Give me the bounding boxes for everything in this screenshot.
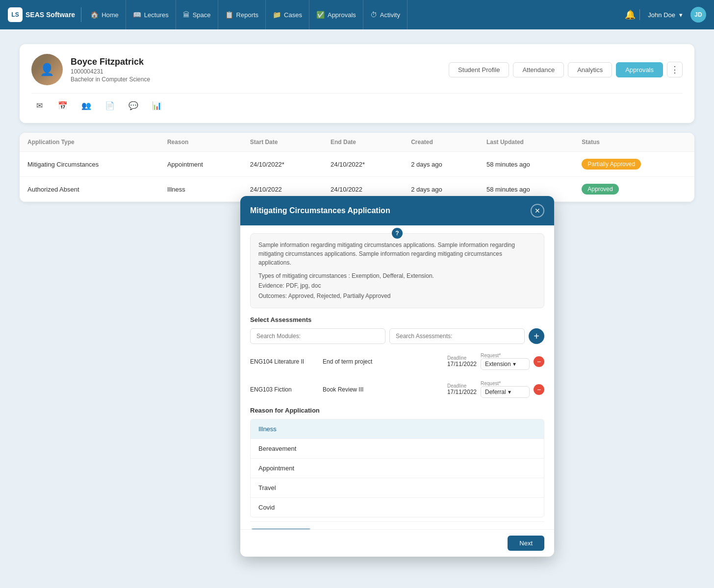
reason-item[interactable]: Covid <box>251 498 544 517</box>
top-nav: LS SEAS Software 🏠 Home 📖 Lectures 🏛 Spa… <box>0 0 714 29</box>
cell-end-date: 24/10/2022* <box>323 152 403 177</box>
remove-assessment-button[interactable]: − <box>534 356 544 367</box>
app-name: SEAS Software <box>26 11 75 19</box>
info-text-1: Sample information regarding mitigating … <box>258 241 536 267</box>
nav-reports-label: Reports <box>236 11 259 19</box>
col-status: Status <box>574 133 694 152</box>
col-reason: Reason <box>159 133 242 152</box>
col-created: Created <box>403 133 479 152</box>
calendar-action[interactable]: 📅 <box>55 98 71 113</box>
approvals-icon: ✅ <box>316 11 325 19</box>
student-degree: Bachelor in Computer Science <box>71 76 441 83</box>
request-select[interactable]: Deferral ▾ <box>481 386 530 398</box>
request-block: Request* Deferral ▾ <box>481 381 530 398</box>
cell-start-date: 24/10/2022* <box>242 152 323 177</box>
nav-right: 🔔 John Doe ▾ JD <box>621 7 706 23</box>
nav-cases-label: Cases <box>284 11 302 19</box>
space-icon: 🏛 <box>183 11 190 19</box>
nav-space[interactable]: 🏛 Space <box>176 0 218 29</box>
nav-lectures-label: Lectures <box>144 11 169 19</box>
app-logo[interactable]: LS SEAS Software <box>8 7 81 22</box>
request-label: Request* <box>481 353 530 358</box>
modal-body: ? Sample information regarding mitigatin… <box>240 225 554 529</box>
nav-activity-label: Activity <box>380 11 400 19</box>
notification-bell[interactable]: 🔔 <box>621 9 640 20</box>
mitigating-circumstances-modal: Mitigating Circumstances Application ✕ ?… <box>240 196 554 557</box>
nav-reports[interactable]: 📋 Reports <box>218 0 266 29</box>
tab-approvals[interactable]: Approvals <box>616 62 663 77</box>
request-block: Request* Extension ▾ <box>481 353 530 370</box>
avatar-image: 👤 <box>31 54 63 85</box>
assessment-list: ENG104 Literature II End of term project… <box>250 350 544 401</box>
info-types-1: Types of mitigating circumstances : Exem… <box>258 271 536 281</box>
email-action[interactable]: ✉ <box>31 98 47 113</box>
deadline-date: 17/11/2022 <box>447 361 477 368</box>
reason-item[interactable]: Bereavement <box>251 439 544 459</box>
info-types-3: Outcomes: Approved, Rejected, Partially … <box>258 291 536 301</box>
nav-space-label: Space <box>193 11 211 19</box>
chat-action[interactable]: 💬 <box>126 98 141 113</box>
settings-action[interactable]: 📊 <box>149 98 165 113</box>
more-options-button[interactable]: ⋮ <box>667 62 683 77</box>
nav-lectures[interactable]: 📖 Lectures <box>126 0 176 29</box>
attach-section: Attach Evidence 3 file(s) attached <box>250 521 544 529</box>
cell-reason: Illness <box>159 177 242 202</box>
col-end-date: End Date <box>323 133 403 152</box>
nav-approvals[interactable]: ✅ Approvals <box>309 0 363 29</box>
nav-activity[interactable]: ⏱ Activity <box>363 0 408 29</box>
student-card: 👤 Boyce Fitzpatrick 1000004231 Bachelor … <box>20 44 694 123</box>
main-area: 👤 Boyce Fitzpatrick 1000004231 Bachelor … <box>0 29 714 217</box>
chevron-down-icon: ▾ <box>679 11 683 19</box>
remove-assessment-button[interactable]: − <box>534 384 544 395</box>
assessment-row: ENG104 Literature II End of term project… <box>250 350 544 373</box>
student-avatar: 👤 <box>31 54 63 85</box>
assessment-module: ENG104 Literature II <box>250 358 319 365</box>
attach-evidence-button[interactable]: Attach Evidence <box>250 529 312 529</box>
search-assessments-input[interactable] <box>389 328 525 344</box>
cases-icon: 📁 <box>273 11 281 19</box>
document-action[interactable]: 📄 <box>102 98 118 113</box>
user-menu[interactable]: John Doe ▾ <box>648 11 683 19</box>
nav-home[interactable]: 🏠 Home <box>83 0 126 29</box>
tab-student-profile[interactable]: Student Profile <box>449 62 509 77</box>
nav-home-label: Home <box>102 11 119 19</box>
cell-app-type: Authorized Absent <box>20 177 159 202</box>
student-id: 1000004231 <box>71 68 441 75</box>
cell-app-type: Mitigating Circumstances <box>20 152 159 177</box>
col-start-date: Start Date <box>242 133 323 152</box>
student-tabs: Student Profile Attendance Analytics App… <box>449 62 683 77</box>
lectures-icon: 📖 <box>133 11 141 19</box>
nav-cases[interactable]: 📁 Cases <box>266 0 309 29</box>
add-assessment-button[interactable]: + <box>529 328 544 344</box>
activity-icon: ⏱ <box>370 11 377 19</box>
student-header: 👤 Boyce Fitzpatrick 1000004231 Bachelor … <box>31 54 683 85</box>
reason-item[interactable]: Travel <box>251 478 544 498</box>
info-box: ? Sample information regarding mitigatin… <box>250 233 544 308</box>
tab-analytics[interactable]: Analytics <box>568 62 612 77</box>
deadline-label: Deadline <box>447 355 477 361</box>
status-badge: Approved <box>582 184 618 195</box>
deadline-block: Deadline 17/11/2022 <box>447 355 477 368</box>
status-badge: Partially Approved <box>582 159 641 170</box>
tab-attendance[interactable]: Attendance <box>513 62 564 77</box>
help-icon[interactable]: ? <box>392 228 403 239</box>
modal-footer: Next <box>240 529 554 557</box>
request-select[interactable]: Extension ▾ <box>481 358 530 370</box>
people-action[interactable]: 👥 <box>78 98 94 113</box>
reason-label: Reason for Application <box>250 407 544 414</box>
reason-item[interactable]: Appointment <box>251 459 544 478</box>
deadline-date: 17/11/2022 <box>447 389 477 395</box>
next-button[interactable]: Next <box>508 536 544 551</box>
request-label: Request* <box>481 381 530 386</box>
modal-close-button[interactable]: ✕ <box>531 204 544 218</box>
user-avatar[interactable]: JD <box>690 7 706 23</box>
search-modules-input[interactable] <box>250 328 385 344</box>
col-last-updated: Last Updated <box>479 133 574 152</box>
cell-last-updated: 58 minutes ago <box>479 152 574 177</box>
table-row[interactable]: Mitigating Circumstances Appointment 24/… <box>20 152 694 177</box>
logo-icon: LS <box>8 7 23 22</box>
chevron-icon: ▾ <box>508 389 511 395</box>
assessment-task: End of term project <box>323 358 443 365</box>
reason-item[interactable]: Illness <box>251 419 544 439</box>
student-actions: ✉ 📅 👥 📄 💬 📊 <box>31 93 683 113</box>
